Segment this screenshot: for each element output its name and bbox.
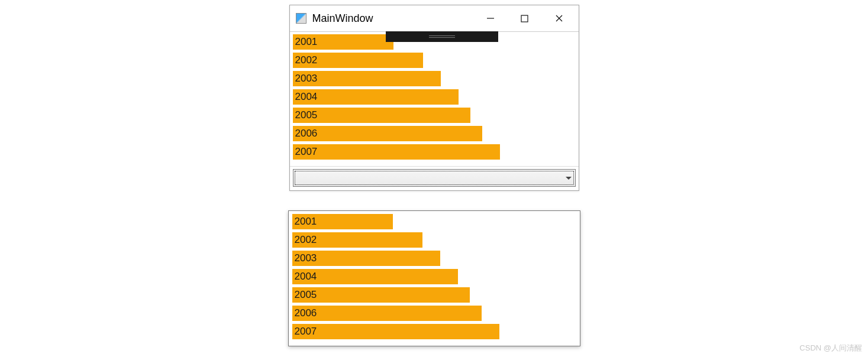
list-item[interactable]: 2001: [292, 214, 393, 229]
app-icon: [296, 13, 306, 24]
list-item[interactable]: 2006: [292, 306, 482, 321]
list-item[interactable]: 2003: [292, 251, 440, 266]
minimize-icon: [486, 14, 495, 22]
list-item[interactable]: 2002: [293, 53, 423, 68]
combobox[interactable]: [293, 169, 576, 187]
list-item-label: 2003: [295, 252, 317, 264]
grip-icon: [429, 35, 455, 38]
close-icon: [555, 14, 563, 22]
list-item[interactable]: 2006: [293, 126, 482, 141]
list-item-label: 2007: [295, 326, 317, 337]
list-item-label: 2002: [295, 54, 318, 66]
list-item[interactable]: 2007: [293, 144, 500, 160]
svg-rect-1: [521, 15, 528, 22]
watermark: CSDN @​人间清醒​: [799, 343, 862, 353]
list-item-label: 2002: [295, 234, 317, 246]
chevron-down-icon: [566, 177, 572, 180]
minimize-button[interactable]: [473, 5, 508, 31]
list-item[interactable]: 2004: [292, 269, 458, 284]
titlebar[interactable]: MainWindow: [290, 5, 579, 31]
list-item-label: 2006: [295, 307, 317, 319]
list-item-label: 2001: [295, 36, 318, 48]
client-area: 2001200220032004200520062007: [290, 31, 579, 190]
list-item[interactable]: 2007: [292, 324, 499, 339]
combobox-dropdown[interactable]: 2001200220032004200520062007: [288, 210, 580, 346]
list-item[interactable]: 2001: [293, 34, 393, 50]
list-item-label: 2004: [295, 271, 317, 283]
list-item-label: 2005: [295, 289, 317, 301]
window-controls: [473, 5, 576, 31]
docked-toolbar[interactable]: [386, 31, 498, 42]
close-button[interactable]: [542, 5, 576, 31]
window-title: MainWindow: [312, 12, 473, 25]
list-item[interactable]: 2003: [293, 71, 441, 86]
list-item[interactable]: 2005: [293, 108, 470, 123]
list-item-label: 2004: [295, 91, 318, 103]
list-item-label: 2001: [295, 216, 317, 228]
main-window: MainWindow 2001200220032004200520062007: [289, 5, 579, 191]
list-item[interactable]: 2002: [292, 232, 422, 248]
combo-section: [290, 166, 579, 190]
list-item-label: 2007: [295, 146, 318, 158]
maximize-icon: [521, 15, 528, 22]
list-item-label: 2005: [295, 109, 318, 121]
list-item[interactable]: 2005: [292, 287, 470, 303]
list-item-label: 2003: [295, 73, 318, 85]
listbox[interactable]: 2001200220032004200520062007: [290, 32, 579, 166]
maximize-button[interactable]: [508, 5, 542, 31]
list-item[interactable]: 2004: [293, 89, 459, 105]
list-item-label: 2006: [295, 128, 318, 139]
